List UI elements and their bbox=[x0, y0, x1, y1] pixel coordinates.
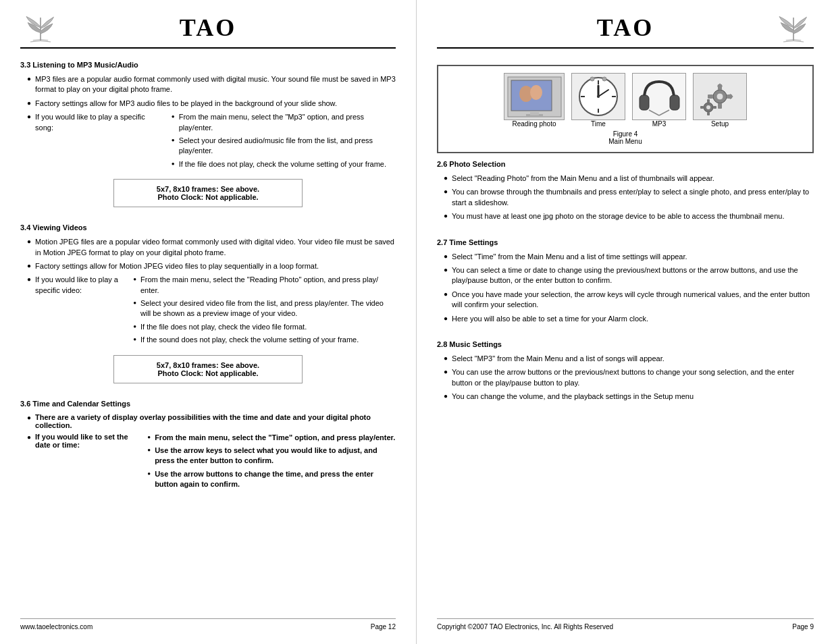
list-item: From the main menu, select the "Time" op… bbox=[147, 433, 396, 443]
list-item: Use the arrow keys to select what you wo… bbox=[147, 446, 396, 466]
left-page-title: TAO bbox=[180, 14, 236, 42]
list-item: Use the arrow buttons to change the time… bbox=[147, 469, 396, 490]
svg-rect-33 bbox=[713, 106, 716, 109]
section-2-7-heading: 2.7 Time Settings bbox=[437, 238, 814, 246]
section-3-3-list: MP3 files are a popular audio format com… bbox=[27, 74, 396, 172]
info-box-3-4-line1: 5x7, 8x10 frames: See above. bbox=[157, 361, 259, 369]
list-item: If you would like to play a specific vid… bbox=[27, 275, 396, 348]
svg-rect-30 bbox=[707, 99, 710, 103]
section-3-3-heading: 3.3 Listening to MP3 Music/Audio bbox=[20, 61, 396, 69]
info-box-line2: Photo Clock: Not applicable. bbox=[157, 193, 258, 201]
right-page-title: TAO bbox=[597, 14, 654, 42]
section-3-6: 3.6 Time and Calendar Settings There are… bbox=[20, 397, 396, 500]
list-item: From the main menu, select the "Mp3" opt… bbox=[172, 112, 396, 133]
figure-item-clock: Time bbox=[571, 73, 625, 128]
svg-line-19 bbox=[659, 110, 669, 115]
left-header: TAO bbox=[20, 14, 396, 49]
figure-area: Reading photo bbox=[437, 65, 814, 153]
sub-list-time: From the main menu, select the "Time" op… bbox=[147, 433, 396, 493]
svg-rect-24 bbox=[708, 95, 713, 99]
svg-rect-23 bbox=[718, 103, 722, 109]
svg-point-29 bbox=[706, 105, 710, 109]
figure-caption-line1: Figure 4 bbox=[608, 130, 642, 138]
left-logo bbox=[20, 11, 61, 45]
section-2-8: 2.8 Music Settings Select "MP3" from the… bbox=[437, 338, 814, 409]
list-item: You can browse through the thumbnails an… bbox=[444, 187, 814, 208]
info-box-line1: 5x7, 8x10 frames: See above. bbox=[157, 185, 259, 193]
list-item: Motion JPEG files are a popular video fo… bbox=[27, 237, 396, 258]
list-item: From the main menu, select the "Reading … bbox=[133, 275, 396, 296]
section-3-4-heading: 3.4 Viewing Videos bbox=[20, 223, 396, 232]
list-item: Factory settings allow for Motion JPEG v… bbox=[27, 261, 396, 271]
figure-label-time: Time bbox=[591, 120, 606, 128]
section-3-3: 3.3 Listening to MP3 Music/Audio MP3 fil… bbox=[20, 58, 396, 214]
svg-point-15 bbox=[602, 77, 606, 81]
list-item: If the file does not play, check the vid… bbox=[133, 322, 396, 332]
svg-point-13 bbox=[597, 95, 600, 98]
svg-rect-5 bbox=[530, 112, 539, 115]
clock-icon bbox=[571, 73, 625, 120]
left-page: TAO 3.3 Listening to MP3 Music/Audio MP3… bbox=[0, 0, 417, 644]
sub-list-video: From the main menu, select the "Reading … bbox=[133, 275, 396, 348]
list-item: Once you have made your selection, the a… bbox=[444, 290, 814, 311]
section-2-6-heading: 2.6 Photo Selection bbox=[437, 160, 814, 168]
list-item: Select "Time" from the Main Menu and a l… bbox=[444, 252, 814, 262]
svg-line-18 bbox=[649, 110, 659, 115]
right-page: TAO bbox=[417, 0, 834, 644]
list-item: You can change the volume, and the playb… bbox=[444, 392, 814, 402]
list-item: If you would like to set the date or tim… bbox=[27, 433, 396, 493]
svg-rect-31 bbox=[707, 112, 710, 115]
info-box-3-3: 5x7, 8x10 frames: See above. Photo Clock… bbox=[113, 179, 303, 207]
figure-label-setup: Setup bbox=[711, 120, 729, 128]
svg-point-21 bbox=[716, 93, 723, 100]
setup-icon bbox=[693, 73, 747, 120]
figure-item-photo: Reading photo bbox=[504, 73, 565, 128]
section-2-7-list: Select "Time" from the Main Menu and a l… bbox=[444, 252, 814, 324]
right-header: TAO bbox=[437, 14, 814, 49]
info-box-3-4: 5x7, 8x10 frames: See above. Photo Clock… bbox=[113, 355, 303, 383]
list-item: If the file does not play, check the vol… bbox=[172, 159, 396, 169]
footer-page-number: Page 9 bbox=[792, 623, 814, 630]
section-2-7: 2.7 Time Settings Select "Time" from the… bbox=[437, 236, 814, 331]
svg-rect-32 bbox=[700, 106, 704, 109]
list-item: Select your desired video file from the … bbox=[133, 298, 396, 319]
list-item: MP3 files are a popular audio format com… bbox=[27, 74, 396, 95]
list-item: Factory settings allow for MP3 audio fil… bbox=[27, 99, 396, 109]
photo-icon bbox=[504, 73, 565, 120]
right-logo bbox=[773, 11, 814, 45]
section-2-6: 2.6 Photo Selection Select "Reading Phot… bbox=[437, 157, 814, 229]
svg-rect-16 bbox=[640, 95, 649, 110]
svg-point-14 bbox=[590, 77, 594, 81]
figure-caption: Figure 4 Main Menu bbox=[608, 130, 642, 145]
list-item: Select your desired audio/music file fro… bbox=[172, 136, 396, 157]
list-item: If the sound does not play, check the vo… bbox=[133, 335, 396, 345]
list-item: Select "Reading Photo" from the Main Men… bbox=[444, 173, 814, 184]
figure-item-setup: Setup bbox=[693, 73, 747, 128]
list-item: You must have at least one jpg photo on … bbox=[444, 211, 814, 221]
list-item: You can select a time or date to change … bbox=[444, 265, 814, 286]
info-box-3-4-line2: Photo Clock: Not applicable. bbox=[157, 369, 258, 377]
figure-label-mp3: MP3 bbox=[652, 120, 667, 128]
footer-page-number: Page 12 bbox=[371, 623, 396, 630]
section-2-6-list: Select "Reading Photo" from the Main Men… bbox=[444, 173, 814, 222]
section-3-4: 3.4 Viewing Videos Motion JPEG files are… bbox=[20, 221, 396, 390]
section-3-6-heading: 3.6 Time and Calendar Settings bbox=[20, 400, 396, 408]
list-item: Here you will also be able to set a time… bbox=[444, 314, 814, 324]
section-3-6-list: There are a variety of display overlay p… bbox=[27, 413, 396, 493]
list-item: There are a variety of display overlay p… bbox=[27, 413, 396, 429]
section-2-8-heading: 2.8 Music Settings bbox=[437, 340, 814, 348]
svg-point-3 bbox=[530, 85, 542, 100]
section-2-8-list: Select "MP3" from the Main Menu and a li… bbox=[444, 354, 814, 402]
svg-rect-17 bbox=[670, 95, 679, 110]
list-item: If you would like to play a specific son… bbox=[27, 112, 396, 172]
headphone-icon bbox=[632, 73, 686, 120]
footer-website: www.taoelectronics.com bbox=[20, 623, 93, 630]
figure-label-photo: Reading photo bbox=[512, 120, 556, 128]
section-3-4-list: Motion JPEG files are a popular video fo… bbox=[27, 237, 396, 348]
right-footer: Copyright ©2007 TAO Electronics, Inc. Al… bbox=[437, 618, 814, 630]
left-footer: www.taoelectronics.com Page 12 bbox=[20, 618, 396, 630]
list-item: You can use the arrow buttons or the pre… bbox=[444, 367, 814, 388]
figure-icons: Reading photo bbox=[504, 73, 747, 128]
sub-list-song: From the main menu, select the "Mp3" opt… bbox=[172, 112, 396, 172]
figure-caption-line2: Main Menu bbox=[608, 138, 642, 145]
